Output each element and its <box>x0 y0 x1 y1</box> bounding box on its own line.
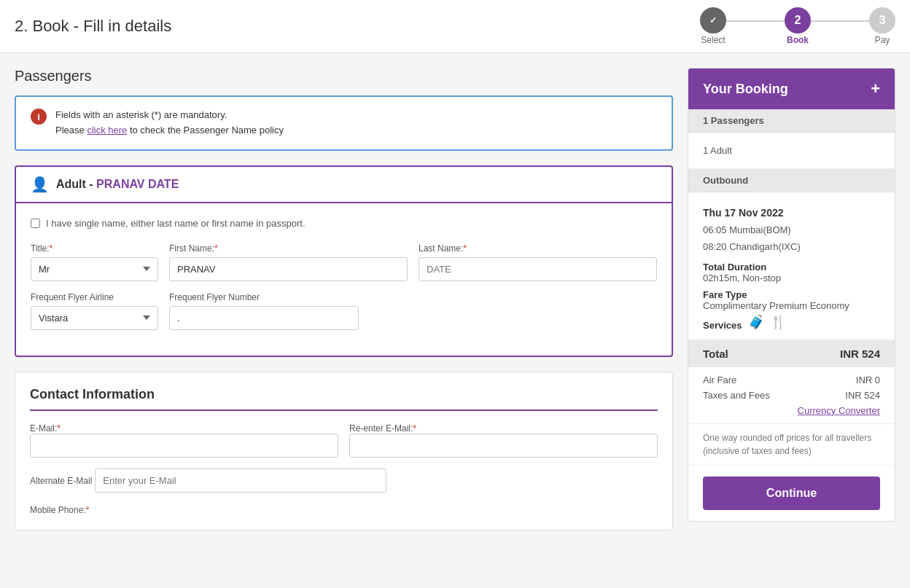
first-name-required: * <box>214 243 218 254</box>
duration-label: Total Duration <box>703 262 880 273</box>
single-name-checkbox[interactable] <box>31 219 40 228</box>
passenger-type-section: 1 Adult <box>688 133 895 169</box>
mobile-label: Mobile Phone:* <box>30 505 89 515</box>
outbound-section-label: Outbound <box>688 169 895 192</box>
email-input[interactable] <box>30 434 338 458</box>
ff-form-row: Frequent Flyer Airline Vistara Air India… <box>31 292 657 330</box>
booking-header: Your Booking + <box>688 68 895 109</box>
step-2: 2 Book <box>785 7 811 45</box>
contact-card: Contact Information E-Mail:* Re-enter E-… <box>15 372 673 530</box>
ff-number-label: Frequent Flyer Number <box>169 292 359 302</box>
step-3-label: Pay <box>875 35 890 45</box>
last-name-label: Last Name:* <box>419 243 657 254</box>
fare-type-value: Complimentary Premium Economy <box>703 300 880 311</box>
ff-airline-group: Frequent Flyer Airline Vistara Air India… <box>31 292 158 330</box>
flight-date: Thu 17 Nov 2022 <box>703 207 880 219</box>
price-breakdown: Air Fare INR 0 Taxes and Fees INR 524 Cu… <box>688 367 895 424</box>
email-row: E-Mail:* Re-enter E-Mail:* <box>30 422 658 458</box>
person-icon: 👤 <box>31 176 49 193</box>
ff-airline-select-wrapper: Vistara Air India IndiGo SpiceJet <box>31 306 158 330</box>
alt-email-section: Alternate E-Mail <box>30 469 658 493</box>
title-label: Title:* <box>31 243 158 254</box>
reenter-email-group: Re-enter E-Mail:* <box>349 422 658 458</box>
single-name-row: I have single name, either last name or … <box>31 218 657 229</box>
info-text: Fields with an asterisk (*) are mandator… <box>55 108 284 138</box>
step-1: ✓ Select <box>700 7 726 45</box>
last-name-input[interactable] <box>419 257 657 281</box>
passenger-type: 1 Adult <box>703 141 880 160</box>
booking-header-title: Your Booking <box>703 82 788 97</box>
passenger-label: Adult - PRANAV DATE <box>56 178 179 191</box>
continue-button[interactable]: Continue <box>703 477 880 510</box>
contact-title: Contact Information <box>30 387 658 411</box>
ff-number-input[interactable] <box>169 306 359 330</box>
step-1-circle: ✓ <box>700 7 726 34</box>
alt-email-input[interactable] <box>95 469 386 493</box>
step-3: 3 Pay <box>869 7 895 45</box>
mobile-required: * <box>86 505 90 515</box>
info-box: i Fields with an asterisk (*) are mandat… <box>15 95 673 151</box>
left-panel: Passengers i Fields with an asterisk (*)… <box>15 68 673 530</box>
passengers-title: Passengers <box>15 68 673 85</box>
passenger-card: 👤 Adult - PRANAV DATE I have single name… <box>15 165 673 357</box>
taxes-amount: INR 524 <box>845 390 880 401</box>
step-2-circle: 2 <box>785 7 811 34</box>
services-label: Services <box>703 320 742 331</box>
last-name-group: Last Name:* <box>419 243 657 281</box>
passenger-header: 👤 Adult - PRANAV DATE <box>16 167 672 203</box>
top-bar: 2. Book - Fill in details ✓ Select 2 Boo… <box>0 0 910 53</box>
flight-times: 06:05 Mumbai(BOM) 08:20 Chandigarh(IXC) <box>703 222 880 256</box>
step-2-label: Book <box>787 35 809 45</box>
single-name-label: I have single name, either last name or … <box>46 218 306 229</box>
currency-converter-link[interactable]: Currency Converter <box>703 405 880 416</box>
reenter-email-label: Re-enter E-Mail:* <box>349 423 416 434</box>
page-title: 2. Book - Fill in details <box>15 17 171 36</box>
right-panel: Your Booking + 1 Passengers 1 Adult Outb… <box>688 68 895 522</box>
title-select-wrapper: Mr Mrs Ms Dr <box>31 257 158 281</box>
meal-icon: 🍴 <box>770 314 786 330</box>
title-required: * <box>50 243 53 254</box>
ff-airline-label: Frequent Flyer Airline <box>31 292 158 302</box>
booking-card: Your Booking + 1 Passengers 1 Adult Outb… <box>688 68 895 522</box>
ff-airline-select[interactable]: Vistara Air India IndiGo SpiceJet <box>31 306 158 330</box>
total-label: Total <box>703 348 728 360</box>
price-note: One way rounded off prices for all trave… <box>688 424 895 466</box>
last-name-required: * <box>463 243 467 254</box>
name-form-row: Title:* Mr Mrs Ms Dr <box>31 243 657 281</box>
title-select[interactable]: Mr Mrs Ms Dr <box>31 257 158 281</box>
step-1-checkmark: ✓ <box>709 15 717 26</box>
info-icon: i <box>31 109 47 125</box>
step-1-label: Select <box>701 35 725 45</box>
main-layout: Passengers i Fields with an asterisk (*)… <box>0 53 910 545</box>
total-row: Total INR 524 <box>688 340 895 367</box>
air-fare-amount: INR 0 <box>856 375 880 385</box>
mobile-section: Mobile Phone:* <box>30 503 658 515</box>
ff-number-group: Frequent Flyer Number <box>169 292 359 330</box>
booking-plus-icon[interactable]: + <box>871 79 880 98</box>
first-name-group: First Name:* <box>169 243 408 281</box>
fare-type-label: Fare Type <box>703 289 880 300</box>
duration-value: 02h15m, Non-stop <box>703 273 880 283</box>
reenter-email-input[interactable] <box>349 434 658 458</box>
passengers-section-label: 1 Passengers <box>688 109 895 133</box>
luggage-icon: 🧳 <box>748 314 764 330</box>
email-label: E-Mail:* <box>30 423 61 434</box>
first-name-label: First Name:* <box>169 243 408 254</box>
reenter-email-required: * <box>413 423 416 434</box>
name-policy-link[interactable]: click here <box>87 125 127 136</box>
alt-email-label: Alternate E-Mail <box>30 476 92 486</box>
step-connector-2 <box>811 20 869 22</box>
title-group: Title:* Mr Mrs Ms Dr <box>31 243 158 281</box>
total-amount: INR 524 <box>840 348 880 360</box>
taxes-label: Taxes and Fees <box>703 390 770 401</box>
taxes-row: Taxes and Fees INR 524 <box>703 390 880 401</box>
first-name-input[interactable] <box>169 257 408 281</box>
steps-container: ✓ Select 2 Book 3 Pay <box>700 7 895 45</box>
email-group: E-Mail:* <box>30 422 338 458</box>
passenger-body: I have single name, either last name or … <box>16 203 672 356</box>
step-2-number: 2 <box>795 14 801 27</box>
air-fare-row: Air Fare INR 0 <box>703 375 880 385</box>
email-required: * <box>57 423 61 434</box>
outbound-section: Thu 17 Nov 2022 06:05 Mumbai(BOM) 08:20 … <box>688 192 895 340</box>
services-row: Services 🧳 🍴 <box>703 314 880 331</box>
